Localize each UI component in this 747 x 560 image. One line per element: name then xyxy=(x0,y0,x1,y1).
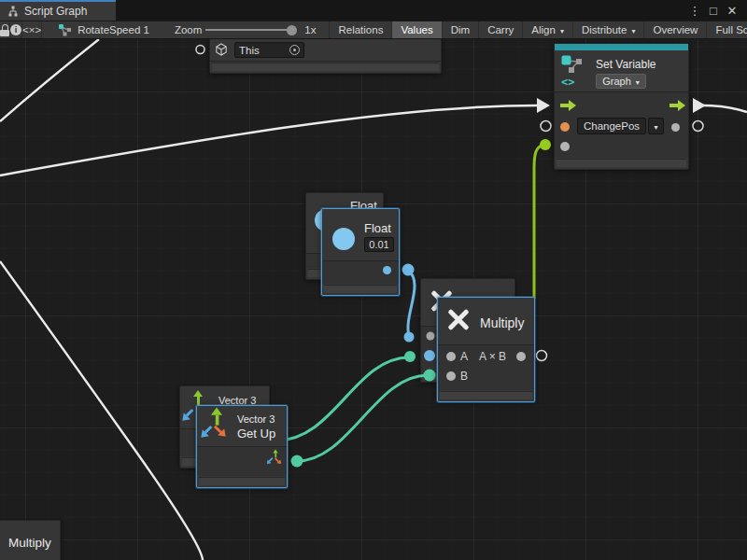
node-title: Vector 3 xyxy=(237,413,275,425)
this-object-field[interactable]: This xyxy=(234,42,304,58)
edit-code-button[interactable]: <×> xyxy=(22,21,42,38)
cube-icon xyxy=(215,43,228,56)
maximize-icon[interactable]: □ xyxy=(706,4,721,18)
zoom-value: 1x xyxy=(304,24,316,35)
info-icon: i xyxy=(10,24,21,35)
chevron-down-icon: ▾ xyxy=(654,123,657,132)
float-node[interactable]: Float 0.01 xyxy=(321,208,400,296)
lime-wire-dot xyxy=(540,139,551,150)
hierarchy-icon xyxy=(7,6,19,17)
float-output-port[interactable] xyxy=(383,266,391,274)
tab-bar: Script Graph ⋮ □ ✕ xyxy=(0,0,747,21)
fullscreen-button[interactable]: Full Screen xyxy=(707,21,747,38)
info-button[interactable]: i xyxy=(10,21,22,38)
vector3-output-port[interactable] xyxy=(264,449,281,466)
wire-blue-float-to-multiply xyxy=(408,270,415,336)
zoom-slider[interactable] xyxy=(205,29,291,31)
teal-wire-dot xyxy=(291,455,303,468)
value-input-port[interactable] xyxy=(560,142,570,151)
flow-triangle-in[interactable] xyxy=(537,98,550,113)
align-button[interactable]: Align▾ xyxy=(523,21,573,38)
float-value-input[interactable]: 0.01 xyxy=(364,237,394,252)
variable-name-port[interactable] xyxy=(560,122,570,132)
ghost-port-teal[interactable] xyxy=(424,370,436,382)
variable-select[interactable]: ChangePos xyxy=(577,118,646,134)
node-title: Multiply xyxy=(480,315,524,330)
down-left-arrow-icon xyxy=(198,424,215,441)
flow-output-port[interactable] xyxy=(669,100,685,111)
multiply-icon xyxy=(445,306,472,332)
overview-button[interactable]: Overview xyxy=(644,21,707,38)
carry-button[interactable]: Carry xyxy=(479,21,523,38)
ghost-port-blue[interactable] xyxy=(424,350,435,361)
multiply-output-port[interactable] xyxy=(516,352,526,361)
port-label-b: B xyxy=(460,370,468,383)
graph-toolbar: i <×> RotateSpeed 1 Zoom 1x Relations Va… xyxy=(0,21,747,39)
chevron-down-icon: ▾ xyxy=(636,78,640,87)
wire-white-from-setvariable xyxy=(703,105,747,112)
multiply-b-port[interactable] xyxy=(446,371,456,381)
node-title: Set Variable xyxy=(596,58,655,71)
port-ring[interactable] xyxy=(537,351,547,361)
flow-input-port[interactable] xyxy=(560,100,576,111)
multiply-node[interactable]: Multiply A A × B B xyxy=(437,297,535,402)
port-label-result: A × B xyxy=(479,350,506,363)
zoom-label: Zoom xyxy=(175,24,202,35)
unity-script-graph-window: Script Graph ⋮ □ ✕ i <×> RotateSpeed 1 Z… xyxy=(0,0,747,560)
node-title: Float xyxy=(364,221,391,235)
graph-breadcrumb[interactable]: RotateSpeed 1 xyxy=(78,24,149,35)
tab-title: Script Graph xyxy=(24,5,87,18)
values-button[interactable]: Values xyxy=(392,21,442,38)
tab-script-graph[interactable]: Script Graph xyxy=(0,0,116,21)
port-ring[interactable] xyxy=(196,46,204,54)
down-right-arrow-icon xyxy=(212,423,229,440)
port-label-a: A xyxy=(460,350,468,363)
set-variable-node[interactable]: <> Set Variable Graph ▾ ChangePos ▾ xyxy=(554,43,689,170)
close-icon[interactable]: ✕ xyxy=(725,4,740,18)
blue-wire-dot xyxy=(404,332,415,343)
ghost-port[interactable] xyxy=(427,332,435,341)
multiply-a-port[interactable] xyxy=(446,352,456,361)
port-ring[interactable] xyxy=(541,121,551,132)
graph-canvas[interactable]: Float Vector 3 xyxy=(0,39,747,560)
wire-teal-vector3-to-multiply-b xyxy=(297,375,428,461)
graph-asset-icon xyxy=(58,23,72,36)
wire-lime-multiply-to-setvariable xyxy=(534,145,545,299)
relations-button[interactable]: Relations xyxy=(329,21,392,38)
variable-scope-dropdown[interactable]: Graph ▾ xyxy=(596,74,646,89)
teal-wire-dot xyxy=(404,351,416,362)
chevron-down-icon: ▾ xyxy=(560,27,564,35)
output-value-port[interactable] xyxy=(671,123,680,132)
float-icon xyxy=(332,228,355,250)
wire-teal-vector3-to-multiply-a xyxy=(276,357,409,441)
object-picker-icon[interactable] xyxy=(289,45,300,55)
variable-select-caret[interactable]: ▾ xyxy=(648,118,664,134)
lock-icon xyxy=(0,24,9,36)
window-menu-icon[interactable]: ⋮ xyxy=(687,4,702,18)
this-node[interactable]: This xyxy=(209,39,442,74)
window-controls: ⋮ □ ✕ xyxy=(687,0,747,21)
wire-white-to-setvariable xyxy=(0,105,537,175)
port-ring[interactable] xyxy=(693,121,703,132)
wire-white-bottomleft xyxy=(0,261,203,560)
flow-triangle-out[interactable] xyxy=(693,98,706,113)
distribute-button[interactable]: Distribute▾ xyxy=(573,21,645,38)
set-variable-icon: <> xyxy=(561,55,584,89)
code-icon: <×> xyxy=(22,24,41,35)
chevron-down-icon: ▾ xyxy=(631,27,635,35)
node-title: Multiply xyxy=(8,536,51,550)
node-subtitle: Get Up xyxy=(237,427,275,441)
corner-multiply-node[interactable]: Multiply xyxy=(0,520,61,560)
lock-button[interactable] xyxy=(0,21,10,38)
zoom-slider-handle[interactable] xyxy=(287,25,297,35)
dim-button[interactable]: Dim xyxy=(443,21,479,38)
wire-white-topleft xyxy=(0,39,99,121)
vector3-get-up-node[interactable]: Vector 3 Get Up xyxy=(196,405,288,488)
variable-stripe xyxy=(555,44,688,50)
blue-wire-dot xyxy=(402,264,415,276)
